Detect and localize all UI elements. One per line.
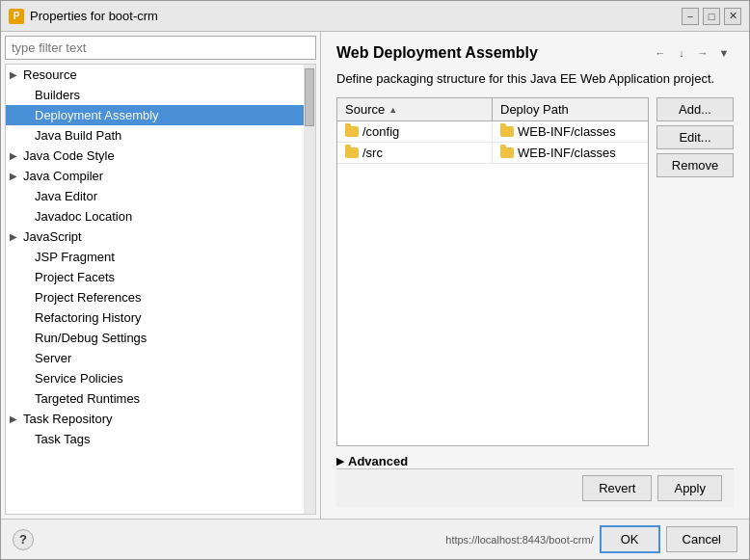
title-bar: P Properties for boot-crm − □ ✕	[1, 1, 749, 32]
sidebar-item-label: JavaScript	[23, 229, 82, 244]
tree-arrow-icon: ▶	[10, 69, 21, 80]
sidebar-item-java-code-style[interactable]: ▶Java Code Style	[6, 146, 304, 166]
panel-title-text: Web Deployment Assembly	[336, 44, 538, 62]
sidebar-item-label: JSP Fragment	[35, 250, 115, 264]
sidebar-item-label: Targeted Runtimes	[35, 391, 140, 406]
panel-description: Define packaging structure for this Java…	[336, 70, 734, 88]
minimize-button[interactable]: −	[682, 8, 699, 25]
nav-down-button[interactable]: ↓	[672, 43, 691, 63]
nav-forward-button[interactable]: →	[693, 43, 712, 63]
source-cell: /src	[337, 143, 493, 163]
sidebar-item-project-references[interactable]: Project References	[6, 287, 304, 307]
sidebar-item-label: Java Code Style	[23, 148, 115, 163]
advanced-arrow-icon: ▶	[336, 455, 344, 467]
assembly-table: Source ▲ Deploy Path /configWEB-INF/clas…	[336, 97, 649, 446]
table-rows: /configWEB-INF/classes/srcWEB-INF/classe…	[337, 121, 648, 164]
panel-nav: ← ↓ → ▼	[651, 43, 734, 63]
sidebar-item-server[interactable]: Server	[6, 348, 304, 368]
cancel-button[interactable]: Cancel	[666, 526, 737, 552]
folder-icon	[345, 126, 359, 137]
deploy-path: WEB-INF/classes	[518, 124, 616, 139]
tree-arrow-icon: ▶	[10, 231, 21, 242]
tree-arrow-icon: ▶	[10, 413, 21, 424]
folder-icon	[500, 126, 514, 137]
nav-back-button[interactable]: ←	[651, 43, 670, 63]
sidebar-item-label: Project References	[35, 290, 142, 305]
source-path: /config	[362, 124, 399, 139]
assembly-area: Source ▲ Deploy Path /configWEB-INF/clas…	[336, 97, 734, 446]
table-row[interactable]: /configWEB-INF/classes	[337, 121, 648, 143]
sidebar-item-javascript[interactable]: ▶JavaScript	[6, 227, 304, 247]
panel-title-row: Web Deployment Assembly ← ↓ → ▼	[336, 43, 734, 63]
sidebar-item-label: Builders	[35, 88, 80, 102]
window-title: Properties for boot-crm	[30, 9, 682, 23]
action-buttons: Add... Edit... Remove	[656, 97, 734, 446]
filter-input[interactable]	[5, 36, 316, 60]
sidebar-item-java-build-path[interactable]: Java Build Path	[6, 125, 304, 146]
remove-button[interactable]: Remove	[656, 153, 734, 177]
tree-arrow-icon: ▶	[10, 150, 21, 161]
sidebar-item-label: Deployment Assembly	[35, 108, 159, 122]
sidebar-item-label: Java Compiler	[23, 169, 103, 183]
col-deploy-header: Deploy Path	[493, 98, 648, 120]
apply-button[interactable]: Apply	[657, 475, 722, 501]
dialog-footer: ? https://localhost:8443/boot-crm/ OK Ca…	[1, 519, 749, 559]
nav-dropdown-button[interactable]: ▼	[714, 43, 734, 63]
sidebar-item-refactoring-history[interactable]: Refactoring History	[6, 307, 304, 328]
ok-button[interactable]: OK	[600, 525, 660, 553]
folder-icon	[345, 147, 359, 158]
deploy-cell: WEB-INF/classes	[493, 121, 648, 142]
sidebar-item-label: Run/Debug Settings	[35, 331, 147, 345]
scrollbar-track[interactable]	[304, 65, 315, 514]
sidebar-item-builders[interactable]: Builders	[6, 85, 304, 105]
left-panel: ▶ResourceBuildersDeployment AssemblyJava…	[1, 32, 321, 519]
col-source-header: Source ▲	[337, 98, 493, 120]
tree-list: ▶ResourceBuildersDeployment AssemblyJava…	[6, 65, 304, 514]
sidebar-item-label: Task Repository	[23, 412, 112, 426]
edit-button[interactable]: Edit...	[656, 125, 734, 149]
folder-icon	[500, 147, 514, 158]
source-cell: /config	[337, 121, 493, 142]
sidebar-item-label: Project Facets	[35, 270, 115, 284]
window-controls: − □ ✕	[682, 8, 741, 25]
scrollbar-thumb[interactable]	[305, 68, 314, 126]
help-button[interactable]: ?	[13, 529, 34, 550]
sidebar-item-label: Service Policies	[35, 371, 123, 386]
sidebar-item-javadoc-location[interactable]: Javadoc Location	[6, 206, 304, 227]
tree-arrow-icon: ▶	[10, 171, 21, 181]
sidebar-item-label: Java Editor	[35, 189, 97, 203]
advanced-section[interactable]: ▶ Advanced	[336, 454, 734, 468]
sidebar-item-service-policies[interactable]: Service Policies	[6, 368, 304, 388]
sidebar-item-project-facets[interactable]: Project Facets	[6, 267, 304, 287]
sidebar-item-label: Refactoring History	[35, 310, 142, 325]
sidebar-item-label: Javadoc Location	[35, 209, 132, 224]
close-button[interactable]: ✕	[724, 8, 741, 25]
sidebar-item-label: Java Build Path	[35, 128, 121, 143]
sidebar-item-task-tags[interactable]: Task Tags	[6, 429, 304, 449]
sidebar-item-label: Resource	[23, 67, 77, 82]
advanced-label: Advanced	[348, 454, 408, 468]
source-path: /src	[362, 146, 383, 160]
add-button[interactable]: Add...	[656, 97, 734, 121]
sidebar-item-java-compiler[interactable]: ▶Java Compiler	[6, 166, 304, 186]
table-header: Source ▲ Deploy Path	[337, 98, 648, 121]
dialog-body: ▶ResourceBuildersDeployment AssemblyJava…	[1, 32, 749, 519]
sidebar-item-task-repository[interactable]: ▶Task Repository	[6, 409, 304, 429]
sidebar-item-resource[interactable]: ▶Resource	[6, 65, 304, 85]
revert-apply-area: Revert Apply	[336, 468, 734, 507]
sidebar-item-label: Server	[35, 351, 71, 365]
sidebar-item-targeted-runtimes[interactable]: Targeted Runtimes	[6, 388, 304, 409]
sidebar-item-java-editor[interactable]: Java Editor	[6, 186, 304, 206]
maximize-button[interactable]: □	[703, 8, 720, 25]
table-row[interactable]: /srcWEB-INF/classes	[337, 143, 648, 164]
sidebar-item-run/debug-settings[interactable]: Run/Debug Settings	[6, 328, 304, 348]
right-panel: Web Deployment Assembly ← ↓ → ▼ Define p…	[321, 32, 749, 519]
status-url: https://localhost:8443/boot-crm/	[445, 534, 593, 546]
app-icon: P	[9, 9, 24, 24]
dialog: P Properties for boot-crm − □ ✕ ▶Resourc…	[0, 0, 750, 560]
revert-button[interactable]: Revert	[582, 475, 652, 501]
sidebar-item-jsp-fragment[interactable]: JSP Fragment	[6, 247, 304, 267]
sidebar-item-deployment-assembly[interactable]: Deployment Assembly	[6, 105, 304, 125]
sidebar-item-label: Task Tags	[35, 432, 91, 446]
deploy-path: WEB-INF/classes	[518, 146, 616, 160]
